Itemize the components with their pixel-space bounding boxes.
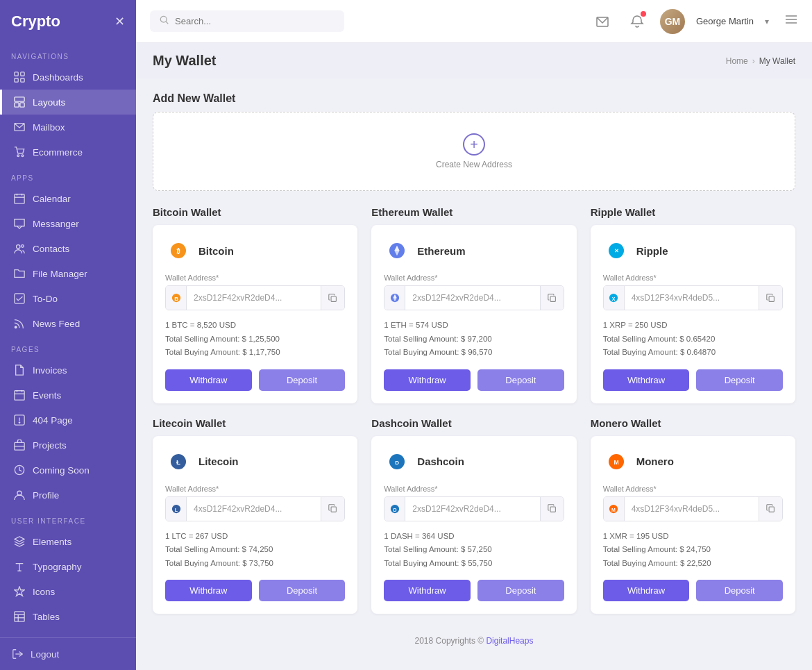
coin-name-xrp: Ripple xyxy=(636,245,668,257)
withdraw-button-ltc[interactable]: Withdraw xyxy=(165,580,252,601)
svg-text:D: D xyxy=(393,507,396,512)
svg-point-8 xyxy=(17,155,19,157)
svg-point-17 xyxy=(15,326,17,328)
add-wallet-card[interactable]: + Create New Address xyxy=(153,112,795,191)
sidebar-close-button[interactable]: ✕ xyxy=(115,14,125,29)
wallet-stats-xrp: 1 XRP = 250 USD Total Selling Amount: $ … xyxy=(603,319,783,360)
copy-button-xmr[interactable] xyxy=(759,497,782,521)
sidebar-item-events[interactable]: Events xyxy=(0,383,136,408)
sidebar-item-tables[interactable]: Tables xyxy=(0,604,136,629)
app-title: Crypto xyxy=(11,12,60,31)
deposit-button-xmr[interactable]: Deposit xyxy=(696,580,783,601)
sidebar-item-invoices[interactable]: Invoices xyxy=(0,358,136,383)
sidebar-item-messanger[interactable]: Messanger xyxy=(0,211,136,236)
buying-dash: Total Buying Amount: $ 55,750 xyxy=(384,557,564,571)
coin-logo-xmr: M xyxy=(603,449,629,475)
users-icon xyxy=(13,242,26,255)
sidebar-item-dashboards[interactable]: Dashboards xyxy=(0,65,136,90)
sidebar-item-404[interactable]: 404 Page xyxy=(0,408,136,433)
coin-logo-btc: ₿ xyxy=(165,237,192,264)
sidebar-item-mailbox[interactable]: Mailbox xyxy=(0,115,136,140)
user-name[interactable]: George Martin xyxy=(696,16,754,26)
avatar[interactable]: GM xyxy=(660,9,685,34)
coin-name-xmr: Monero xyxy=(636,455,674,467)
notifications-button[interactable] xyxy=(625,10,649,33)
logout-label: Logout xyxy=(31,649,59,660)
deposit-button-xrp[interactable]: Deposit xyxy=(696,369,783,391)
create-plus-icon: + xyxy=(463,133,485,156)
withdraw-button-eth[interactable]: Withdraw xyxy=(384,369,471,391)
copy-button-eth[interactable] xyxy=(540,286,564,310)
wallet-section-title-dash: Dashcoin Wallet xyxy=(371,417,576,429)
copy-button-xrp[interactable] xyxy=(759,286,782,310)
sidebar-typography-label: Typography xyxy=(33,562,82,572)
notification-badge xyxy=(641,11,646,17)
svg-text:Ł: Ł xyxy=(176,458,180,465)
svg-rect-5 xyxy=(15,103,19,107)
rate-eth: 1 ETH = 574 USD xyxy=(384,319,564,333)
email-button[interactable] xyxy=(591,10,614,33)
svg-marker-30 xyxy=(15,587,24,596)
withdraw-button-xmr[interactable]: Withdraw xyxy=(603,580,690,601)
check-square-icon xyxy=(13,292,26,305)
shopping-cart-icon xyxy=(13,146,26,158)
coin-header-eth: Ethereum xyxy=(384,237,564,264)
nav-section-label: NAVIGATIONS xyxy=(0,43,136,65)
sidebar-item-typography[interactable]: Typography xyxy=(0,554,136,579)
deposit-button-eth[interactable]: Deposit xyxy=(477,369,564,391)
sidebar: Crypto ✕ NAVIGATIONS Dashboards Layouts … xyxy=(0,0,136,670)
logout-button[interactable]: Logout xyxy=(11,648,125,660)
sidebar-item-todo[interactable]: To-Do xyxy=(0,286,136,311)
avatar-initials: GM xyxy=(660,9,685,34)
withdraw-button-btc[interactable]: Withdraw xyxy=(165,369,252,391)
withdraw-button-xrp[interactable]: Withdraw xyxy=(603,369,690,391)
sidebar-profile-label: Profile xyxy=(33,490,59,501)
breadcrumb-home[interactable]: Home xyxy=(726,56,748,66)
address-text-dash: 2xsD12F42xvR2deD4... xyxy=(405,500,539,518)
footer-brand-link[interactable]: DigitalHeaps xyxy=(486,636,533,646)
hamburger-button[interactable] xyxy=(784,12,798,30)
main-content: GM George Martin ▾ My Wallet Home › My W… xyxy=(136,0,812,670)
copy-button-btc[interactable] xyxy=(321,286,344,310)
buying-xrp: Total Buying Amount: $ 0.64870 xyxy=(603,346,783,360)
wallet-section-title-eth: Ethereum Wallet xyxy=(371,206,576,218)
sidebar-item-coming-soon[interactable]: Coming Soon xyxy=(0,458,136,483)
footer-text: 2018 Copyrights © xyxy=(415,636,484,646)
buying-ltc: Total Buying Amount: $ 73,750 xyxy=(165,557,345,571)
wallet-grid: Bitcoin Wallet ₿ Bitcoin Wallet Address*… xyxy=(153,206,795,614)
sidebar-projects-label: Projects xyxy=(33,440,67,451)
sidebar-item-file-manager[interactable]: File Manager xyxy=(0,261,136,286)
deposit-button-dash[interactable]: Deposit xyxy=(477,580,564,601)
sidebar-newsfeed-label: News Feed xyxy=(33,319,80,329)
breadcrumb: Home › My Wallet xyxy=(726,56,795,66)
search-input[interactable] xyxy=(175,16,335,26)
topbar-icons: GM George Martin ▾ xyxy=(591,9,798,34)
address-field-dash: D 2xsD12F42xvR2deD4... xyxy=(384,496,564,521)
svg-text:D: D xyxy=(395,459,399,465)
create-address-button[interactable]: + Create New Address xyxy=(436,133,512,169)
sidebar-item-contacts[interactable]: Contacts xyxy=(0,236,136,261)
address-field-xmr: M 4xsD12F34xvR4deD5... xyxy=(603,496,783,521)
sidebar-item-layouts[interactable]: Layouts xyxy=(0,90,136,115)
sidebar-item-newsfeed[interactable]: News Feed xyxy=(0,311,136,336)
message-icon xyxy=(13,217,26,230)
sidebar-item-calendar[interactable]: Calendar xyxy=(0,186,136,211)
sidebar-item-elements[interactable]: Elements xyxy=(0,529,136,554)
breadcrumb-current: My Wallet xyxy=(759,56,795,66)
sidebar-item-icons[interactable]: Icons xyxy=(0,579,136,604)
withdraw-button-dash[interactable]: Withdraw xyxy=(384,580,471,601)
search-box xyxy=(150,10,344,32)
address-coin-icon-btc: B xyxy=(166,286,187,310)
coin-header-dash: D Dashcoin xyxy=(384,449,564,475)
sidebar-item-profile[interactable]: Profile xyxy=(0,483,136,508)
copy-button-dash[interactable] xyxy=(540,497,564,521)
svg-rect-63 xyxy=(331,507,336,512)
deposit-button-ltc[interactable]: Deposit xyxy=(259,580,346,601)
deposit-button-btc[interactable]: Deposit xyxy=(259,369,346,391)
user-dropdown-icon[interactable]: ▾ xyxy=(765,17,769,26)
wallet-section-title-ltc: Litecoin Wallet xyxy=(153,417,357,429)
copy-button-ltc[interactable] xyxy=(321,497,344,521)
address-label-xrp: Wallet Address* xyxy=(603,274,783,282)
sidebar-item-projects[interactable]: Projects xyxy=(0,433,136,458)
sidebar-item-ecommerce[interactable]: Ecommerce xyxy=(0,140,136,165)
